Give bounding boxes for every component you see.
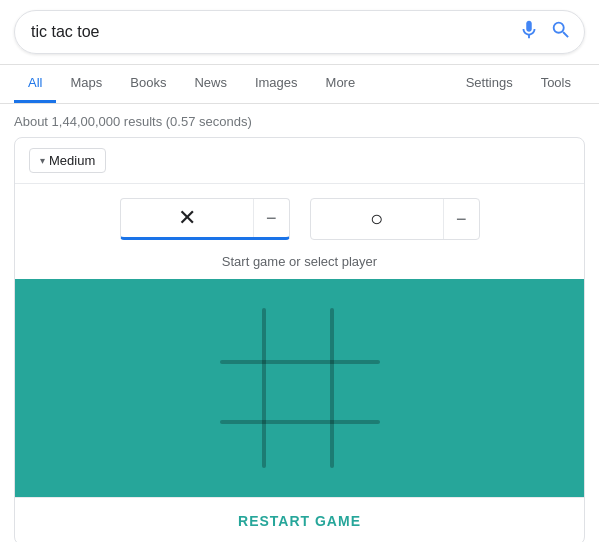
- player-x-symbol: ✕: [121, 205, 253, 231]
- search-bar[interactable]: [14, 10, 585, 54]
- mic-icon[interactable]: [518, 19, 540, 45]
- restart-button[interactable]: RESTART GAME: [238, 513, 361, 529]
- player-o-box[interactable]: ○ −: [310, 198, 480, 240]
- horizontal-line-1: [220, 360, 380, 364]
- game-board-container[interactable]: [15, 279, 584, 497]
- game-card: ▾ Medium ✕ − ○ − Start game or select pl…: [14, 137, 585, 542]
- difficulty-arrow-icon: ▾: [40, 155, 45, 166]
- vertical-line-1: [262, 308, 266, 468]
- tab-news[interactable]: News: [180, 65, 241, 103]
- player-row: ✕ − ○ −: [15, 184, 584, 250]
- restart-row: RESTART GAME: [15, 497, 584, 542]
- tab-books[interactable]: Books: [116, 65, 180, 103]
- tab-tools[interactable]: Tools: [527, 65, 585, 103]
- search-icons: [518, 19, 572, 45]
- tab-images[interactable]: Images: [241, 65, 312, 103]
- start-game-text: Start game or select player: [15, 250, 584, 279]
- tab-more[interactable]: More: [312, 65, 370, 103]
- search-input[interactable]: [31, 23, 518, 41]
- tab-maps[interactable]: Maps: [56, 65, 116, 103]
- search-icon[interactable]: [550, 19, 572, 45]
- player-x-minus[interactable]: −: [253, 199, 289, 237]
- difficulty-button[interactable]: ▾ Medium: [29, 148, 106, 173]
- player-o-minus[interactable]: −: [443, 199, 479, 239]
- player-o-symbol: ○: [311, 206, 443, 232]
- tab-all[interactable]: All: [14, 65, 56, 103]
- search-bar-container: [0, 0, 599, 65]
- player-x-box[interactable]: ✕ −: [120, 198, 290, 240]
- horizontal-line-2: [220, 420, 380, 424]
- nav-right: Settings Tools: [452, 65, 585, 103]
- difficulty-label: Medium: [49, 153, 95, 168]
- difficulty-row: ▾ Medium: [15, 138, 584, 184]
- results-count: About 1,44,00,000 results (0.57 seconds): [0, 104, 599, 137]
- vertical-line-2: [330, 308, 334, 468]
- nav-tabs: All Maps Books News Images More Settings…: [0, 65, 599, 104]
- tab-settings[interactable]: Settings: [452, 65, 527, 103]
- board-grid[interactable]: [200, 288, 400, 488]
